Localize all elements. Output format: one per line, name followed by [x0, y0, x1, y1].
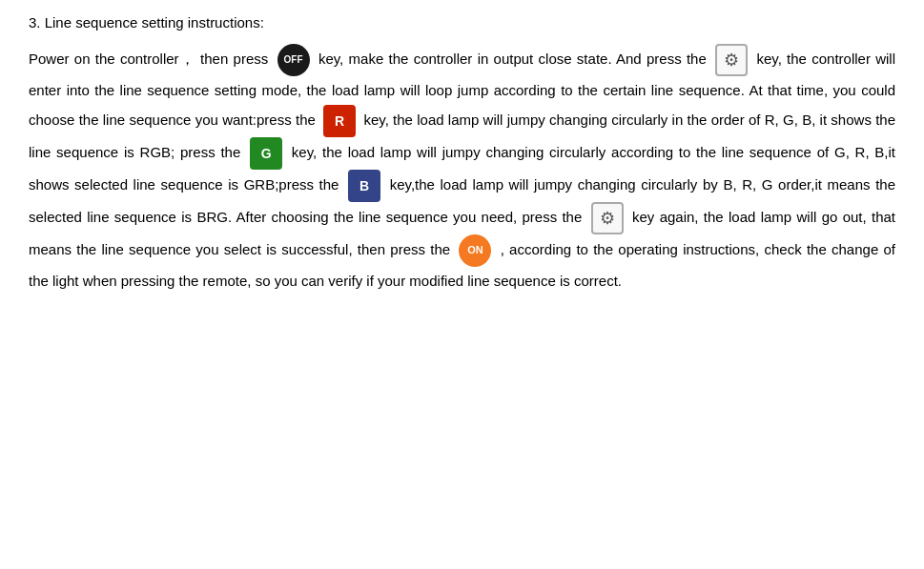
gear-icon-1: ⚙	[715, 44, 748, 76]
r-button-icon: R	[323, 105, 356, 137]
section-heading: 3. Line sequence setting instructions:	[29, 10, 895, 36]
g-button-icon: G	[250, 137, 282, 170]
on-button-icon: ON	[459, 234, 491, 267]
b-button-icon: B	[348, 170, 380, 202]
p1-post: key, make the controller in output close…	[318, 51, 707, 67]
content-area: 3. Line sequence setting instructions: P…	[29, 10, 895, 295]
instructions-text: Power on the controller， then press OFF …	[29, 44, 895, 295]
p1-pre: Power on the controller， then press	[29, 51, 268, 67]
gear-icon-2: ⚙	[591, 202, 624, 234]
off-button-icon: OFF	[277, 44, 310, 76]
